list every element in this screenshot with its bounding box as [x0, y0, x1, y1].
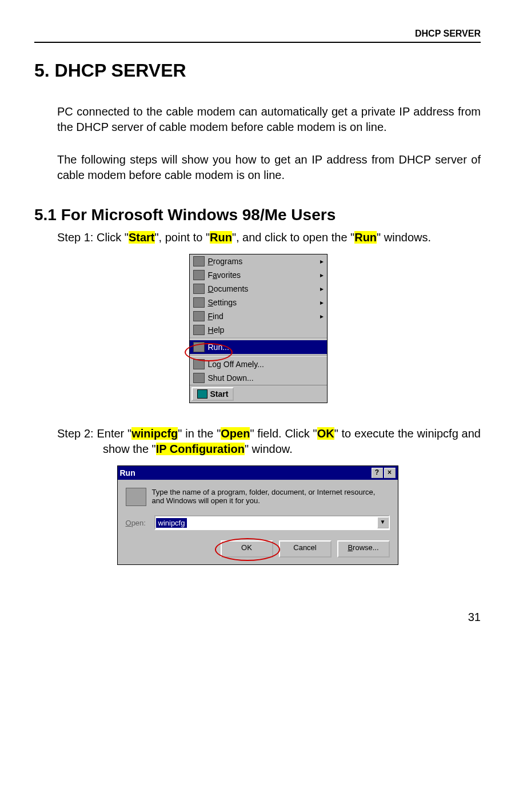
documents-icon [193, 284, 205, 294]
menu-item-documents[interactable]: Documents ▸ [190, 282, 327, 296]
heading-2: 5.1 For Microsoft Windows 98/Me Users [34, 206, 481, 224]
ok-button[interactable]: OK [221, 540, 273, 558]
menu-divider [190, 355, 327, 356]
step2-pre: Step 2: Enter " [57, 427, 131, 440]
dropdown-arrow-icon[interactable]: ▼ [377, 517, 389, 528]
paragraph-intro-1: PC connected to the cable modem can auto… [57, 104, 481, 135]
close-button[interactable]: × [384, 468, 396, 478]
start-menu: Programs ▸ Favorites ▸ Documents ▸ Setti… [189, 254, 328, 403]
run-icon [193, 342, 205, 352]
menu-item-settings[interactable]: Settings ▸ [190, 296, 327, 309]
menu-divider [190, 338, 327, 339]
run-dialog-figure: Run ? × Type the name of a program, fold… [117, 465, 398, 565]
help-icon [193, 325, 205, 335]
run-open-row: Open: winipcfg ▼ [126, 515, 390, 530]
step2-mid2: " field. Click " [250, 427, 317, 440]
menu-item-run[interactable]: Run... [190, 340, 327, 354]
start-button-label: Start [210, 389, 229, 399]
windows-flag-icon [197, 389, 207, 399]
favorites-icon [193, 270, 205, 280]
step2-hl-winipcfg: winipcfg [131, 427, 178, 440]
run-buttons-row: OK Cancel Browse... [126, 540, 390, 558]
menu-label: Documents [208, 284, 249, 293]
menu-label: Find [208, 312, 223, 321]
step1-mid1: ", point to " [155, 231, 210, 244]
open-combobox[interactable]: winipcfg ▼ [154, 515, 390, 530]
paragraph-intro-2: The following steps will show you how to… [57, 152, 481, 183]
run-app-icon [126, 488, 146, 506]
submenu-arrow-icon: ▸ [320, 257, 324, 265]
header-rule [34, 42, 481, 43]
taskbar: Start [190, 385, 327, 403]
start-menu-figure: Programs ▸ Favorites ▸ Documents ▸ Setti… [189, 254, 326, 403]
page-header-section: DHCP SERVER [34, 29, 481, 39]
step2-hl-ok: OK [317, 427, 334, 440]
step2-hl-open: Open [221, 427, 250, 440]
run-dialog-body: Type the name of a program, folder, docu… [118, 480, 398, 564]
menu-item-shutdown[interactable]: Shut Down... [190, 371, 327, 385]
submenu-arrow-icon: ▸ [320, 312, 324, 320]
run-description-text: Type the name of a program, folder, docu… [152, 488, 390, 505]
step1-hl-start: Start [129, 231, 155, 244]
step1-mid2: ", and click to open the " [232, 231, 354, 244]
page-number: 31 [34, 611, 481, 624]
find-icon [193, 311, 205, 321]
menu-label: Log Off Amely... [208, 360, 264, 369]
submenu-arrow-icon: ▸ [320, 298, 324, 307]
menu-label: Programs [208, 257, 243, 266]
heading-1: 5. DHCP SERVER [34, 60, 481, 81]
step1-hl-run2: Run [354, 231, 377, 244]
run-dialog-title: Run [120, 468, 135, 477]
shutdown-icon [193, 373, 205, 383]
step2-post: " window. [245, 443, 293, 455]
open-value: winipcfg [156, 518, 187, 528]
open-label: Open: [126, 519, 154, 527]
step1-pre: Step 1: Click " [57, 231, 129, 244]
logoff-icon [193, 359, 205, 369]
step-2-text: Step 2: Enter "winipcfg" in the "Open" f… [57, 426, 481, 457]
menu-item-help[interactable]: Help [190, 323, 327, 337]
menu-item-find[interactable]: Find ▸ [190, 309, 327, 323]
browse-button[interactable]: Browse... [337, 540, 390, 558]
cancel-button[interactable]: Cancel [279, 540, 332, 558]
menu-label: Help [208, 325, 225, 335]
menu-item-logoff[interactable]: Log Off Amely... [190, 357, 327, 371]
step2-hl-ipconfig: IP Configuration [156, 443, 245, 455]
menu-label: Settings [208, 298, 237, 307]
run-description-row: Type the name of a program, folder, docu… [126, 488, 390, 506]
menu-item-programs[interactable]: Programs ▸ [190, 254, 327, 268]
menu-label: Favorites [208, 270, 241, 280]
step2-mid1: " in the " [178, 427, 221, 440]
run-dialog-titlebar: Run ? × [118, 466, 398, 480]
step-1-text: Step 1: Click "Start", point to "Run", a… [57, 230, 481, 245]
menu-label: Run... [208, 343, 229, 352]
menu-item-favorites[interactable]: Favorites ▸ [190, 268, 327, 282]
step1-hl-run1: Run [210, 231, 232, 244]
settings-icon [193, 297, 205, 308]
help-button[interactable]: ? [372, 468, 383, 478]
menu-label: Shut Down... [208, 373, 254, 383]
programs-icon [193, 256, 205, 266]
start-button[interactable]: Start [191, 387, 234, 401]
submenu-arrow-icon: ▸ [320, 271, 324, 279]
submenu-arrow-icon: ▸ [320, 285, 324, 293]
step1-post: " windows. [377, 231, 431, 244]
run-dialog: Run ? × Type the name of a program, fold… [118, 466, 398, 564]
